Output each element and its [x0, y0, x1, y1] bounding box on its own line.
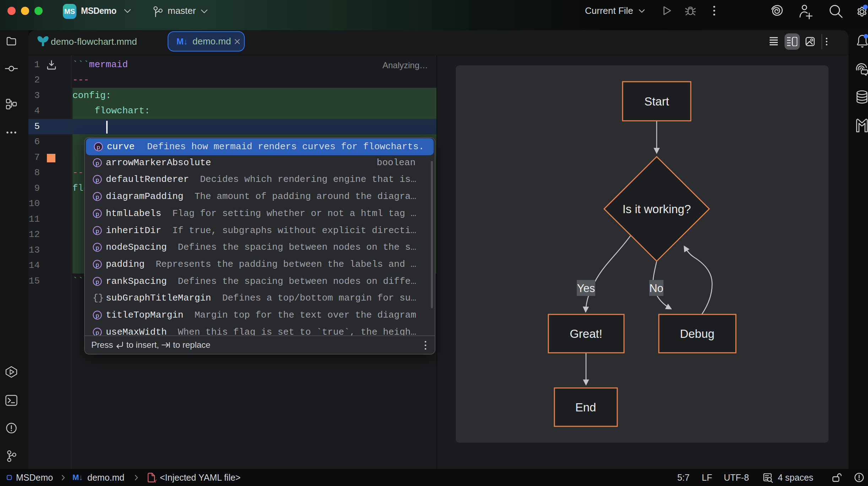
svg-text:p: p: [96, 177, 99, 183]
svg-text:Is it working?: Is it working?: [623, 202, 691, 216]
svg-text:p: p: [96, 194, 99, 200]
svg-text:No: No: [649, 282, 663, 295]
svg-text:Debug: Debug: [680, 327, 714, 340]
svg-text:p: p: [96, 244, 99, 251]
svg-text:p: p: [96, 329, 99, 336]
svg-text:End: End: [575, 401, 596, 414]
svg-text:p: p: [96, 227, 99, 234]
svg-text:p: p: [96, 261, 99, 268]
svg-text:p: p: [96, 160, 99, 166]
svg-text:Y: Y: [154, 479, 157, 483]
svg-text:Start: Start: [644, 95, 669, 108]
svg-text:p: p: [96, 312, 99, 319]
svg-text:Yes: Yes: [577, 282, 595, 295]
svg-text:p: p: [97, 144, 100, 151]
svg-text:p: p: [96, 210, 99, 217]
svg-text:Great!: Great!: [570, 327, 602, 340]
svg-text:p: p: [96, 278, 99, 285]
